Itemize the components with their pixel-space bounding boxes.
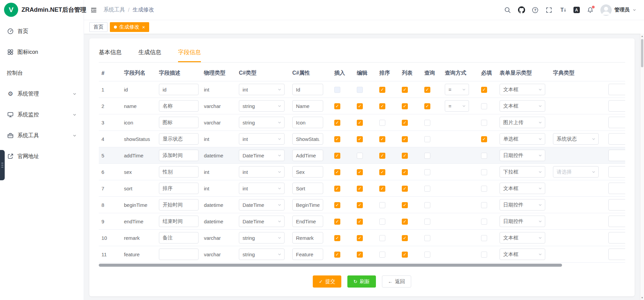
sort-checkbox[interactable]: ✓ — [379, 103, 385, 109]
tab-gen-info[interactable]: 生成信息 — [138, 47, 161, 62]
extra-input[interactable] — [608, 166, 625, 178]
extra-input[interactable] — [608, 133, 625, 145]
collapse-sidebar-icon[interactable] — [90, 6, 97, 14]
list-checkbox[interactable]: ✓ — [402, 235, 408, 241]
sidebar-item-system-tools[interactable]: 系统工具 — [0, 125, 84, 146]
query-checkbox[interactable]: ✓ — [424, 103, 430, 109]
required-checkbox[interactable] — [481, 252, 487, 258]
column-desc-input[interactable] — [159, 100, 199, 112]
settings-drawer-handle[interactable] — [0, 150, 5, 180]
display-type-select[interactable]: 文本框 — [500, 84, 545, 95]
required-checkbox[interactable]: ✓ — [481, 136, 487, 142]
column-desc-input[interactable] — [159, 249, 199, 260]
display-type-select[interactable]: 文本框 — [500, 232, 545, 243]
list-checkbox[interactable]: ✓ — [402, 169, 408, 175]
display-type-select[interactable]: 文本框 — [500, 100, 545, 112]
scroll-up-arrow[interactable]: ▴ — [640, 34, 644, 38]
sidebar-item-system-admin[interactable]: ⚙ 系统管理 — [0, 83, 84, 104]
dict-type-select[interactable]: 系统状态 — [553, 133, 599, 145]
display-type-select[interactable]: 日期控件 — [500, 150, 545, 161]
query-type-select[interactable]: = — [445, 100, 469, 112]
cs-type-select[interactable]: string — [239, 232, 285, 243]
insert-checkbox[interactable]: ✓ — [334, 153, 340, 159]
sidebar-item-console[interactable]: 控制台 — [0, 63, 84, 83]
display-type-select[interactable]: 下拉框 — [500, 166, 545, 178]
required-checkbox[interactable] — [481, 202, 487, 208]
sort-checkbox[interactable] — [379, 120, 385, 126]
sort-checkbox[interactable] — [379, 202, 385, 208]
cs-type-select[interactable]: string — [239, 100, 285, 112]
breadcrumb-item[interactable]: 系统工具 — [103, 6, 125, 13]
dict-type-select[interactable]: 请选择 — [553, 166, 599, 178]
edit-checkbox[interactable]: ✓ — [357, 103, 363, 109]
list-checkbox[interactable]: ✓ — [402, 202, 408, 208]
cs-property-input[interactable] — [292, 100, 323, 112]
display-type-select[interactable]: 文本框 — [500, 249, 545, 260]
column-desc-input[interactable] — [159, 183, 199, 194]
sort-checkbox[interactable]: ✓ — [379, 87, 385, 93]
cs-type-select[interactable]: DateTime — [239, 199, 285, 211]
cs-property-input[interactable] — [292, 183, 323, 194]
sort-checkbox[interactable] — [379, 219, 385, 225]
horizontal-scrollbar-thumb[interactable] — [99, 264, 562, 267]
query-checkbox[interactable] — [424, 120, 430, 126]
query-checkbox[interactable] — [424, 153, 430, 159]
insert-checkbox[interactable]: ✓ — [334, 120, 340, 126]
cs-property-input[interactable] — [292, 249, 323, 260]
cs-type-select[interactable]: int — [239, 166, 285, 178]
list-checkbox[interactable]: ✓ — [402, 186, 408, 192]
cs-type-select[interactable]: string — [239, 249, 285, 260]
list-checkbox[interactable]: ✓ — [402, 87, 408, 93]
cs-property-input[interactable] — [292, 216, 323, 227]
insert-checkbox[interactable]: ✓ — [334, 103, 340, 109]
extra-input[interactable] — [608, 216, 625, 227]
list-checkbox[interactable]: ✓ — [402, 252, 408, 258]
list-checkbox[interactable]: ✓ — [402, 103, 408, 109]
display-type-select[interactable]: 单选框 — [500, 133, 545, 145]
display-type-select[interactable]: 日期控件 — [500, 199, 545, 211]
query-checkbox[interactable] — [424, 252, 430, 258]
cs-type-select[interactable]: DateTime — [239, 150, 285, 161]
query-checkbox[interactable] — [424, 235, 430, 241]
cs-type-select[interactable]: int — [239, 84, 285, 95]
extra-input[interactable] — [608, 232, 625, 243]
language-icon[interactable]: A — [573, 6, 580, 14]
list-checkbox[interactable]: ✓ — [402, 153, 408, 159]
sort-checkbox[interactable]: ✓ — [379, 153, 385, 159]
required-checkbox[interactable] — [481, 169, 487, 175]
query-checkbox[interactable] — [424, 186, 430, 192]
edit-checkbox[interactable]: ✓ — [357, 169, 363, 175]
sort-checkbox[interactable] — [379, 252, 385, 258]
required-checkbox[interactable] — [481, 103, 487, 109]
display-type-select[interactable]: 日期控件 — [500, 216, 545, 227]
query-checkbox[interactable] — [424, 136, 430, 142]
insert-checkbox[interactable]: ✓ — [334, 169, 340, 175]
sort-checkbox[interactable]: ✓ — [379, 136, 385, 142]
sidebar-item-system-monitor[interactable]: 系统监控 — [0, 104, 84, 125]
horizontal-scrollbar[interactable] — [99, 264, 625, 267]
tab-field-info[interactable]: 字段信息 — [178, 47, 201, 62]
column-desc-input[interactable] — [159, 84, 199, 95]
edit-checkbox[interactable] — [357, 153, 363, 159]
required-checkbox[interactable] — [481, 120, 487, 126]
column-desc-input[interactable] — [159, 117, 199, 128]
insert-checkbox[interactable]: ✓ — [334, 235, 340, 241]
required-checkbox[interactable] — [481, 186, 487, 192]
sidebar-item-home[interactable]: 首页 — [0, 21, 84, 42]
sort-checkbox[interactable]: ✓ — [379, 186, 385, 192]
extra-input[interactable] — [608, 84, 625, 95]
tag-home[interactable]: 首页 — [89, 22, 108, 32]
cs-type-select[interactable]: int — [239, 133, 285, 145]
display-type-select[interactable]: 文本框 — [500, 183, 545, 194]
cs-property-input[interactable] — [292, 117, 323, 128]
sidebar-item-website[interactable]: 官网地址 — [0, 146, 84, 167]
vertical-scrollbar-thumb[interactable] — [641, 39, 643, 67]
edit-checkbox[interactable]: ✓ — [357, 235, 363, 241]
cs-property-input[interactable] — [292, 166, 323, 178]
column-desc-input[interactable] — [159, 216, 199, 227]
list-checkbox[interactable]: ✓ — [402, 120, 408, 126]
column-desc-input[interactable] — [159, 232, 199, 243]
tag-gen-edit[interactable]: 生成修改 × — [110, 22, 149, 32]
edit-checkbox[interactable]: ✓ — [357, 186, 363, 192]
required-checkbox[interactable] — [481, 235, 487, 241]
